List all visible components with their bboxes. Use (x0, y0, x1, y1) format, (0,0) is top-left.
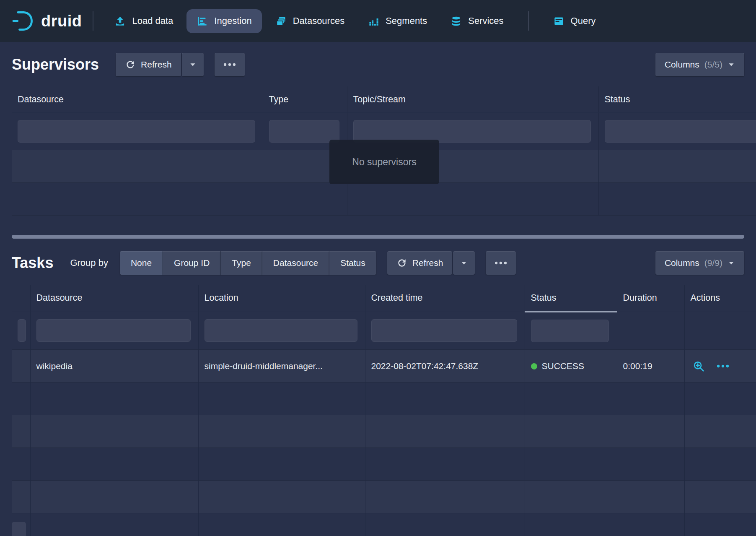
tasks-columns-button[interactable]: Columns (9/9) (655, 251, 744, 275)
supervisors-title: Supervisors (12, 56, 99, 73)
supervisors-more-button[interactable] (215, 53, 245, 76)
column-header-datasource[interactable]: Datasource (12, 86, 263, 113)
supervisors-refresh-options-button[interactable] (182, 53, 204, 76)
datasource-filter-input[interactable] (36, 319, 191, 342)
task-more-icon[interactable] (716, 362, 730, 370)
column-header-topic-stream[interactable]: Topic/Stream (347, 86, 598, 113)
nav-item-label: Query (571, 16, 596, 26)
group-by-buttons: None Group ID Type Datasource Status (120, 251, 376, 275)
tasks-more-button[interactable] (486, 251, 516, 275)
tasks-header-row: Datasource Location Created time Status … (12, 285, 756, 312)
chevron-down-icon (728, 259, 735, 267)
tasks-section: Tasks Group by None Group ID Type Dataso… (0, 251, 756, 536)
nav-item-segments[interactable]: Segments (358, 9, 437, 33)
refresh-label: Refresh (141, 60, 172, 70)
column-header-location[interactable]: Location (198, 285, 365, 312)
type-filter-input[interactable] (269, 120, 339, 143)
supervisors-refresh-split-button: Refresh (116, 53, 204, 76)
column-header-status[interactable]: Status (598, 86, 756, 113)
gantt-chart-icon (197, 16, 208, 27)
empty-row (12, 513, 756, 536)
task-datasource: wikipedia (30, 350, 198, 382)
status-filter-input[interactable] (531, 320, 609, 342)
task-row[interactable]: wikipedia simple-druid-middlemanager... … (12, 350, 756, 382)
task-location: simple-druid-middlemanager... (198, 350, 365, 382)
success-dot-icon (531, 363, 537, 369)
chevron-down-icon (460, 259, 468, 267)
group-by-datasource-button[interactable]: Datasource (262, 251, 329, 275)
nav-item-label: Load data (132, 16, 173, 26)
task-duration: 0:00:19 (617, 350, 684, 382)
horizontal-scrollbar[interactable] (12, 235, 744, 239)
group-by-status-button[interactable]: Status (329, 251, 376, 275)
refresh-icon (396, 258, 407, 268)
tasks-table: Datasource Location Created time Status … (12, 285, 756, 536)
column-header-task-id-partial[interactable] (12, 285, 30, 312)
tasks-refresh-split-button: Refresh (387, 251, 475, 275)
chevron-down-icon (189, 61, 197, 68)
more-dots-icon (223, 61, 237, 68)
task-id-filter-input[interactable] (18, 319, 26, 342)
tasks-refresh-button[interactable]: Refresh (387, 251, 453, 275)
supervisors-toolbar: Supervisors Refresh Columns (5/5) (12, 53, 756, 76)
topic-stream-filter-input[interactable] (353, 120, 591, 143)
top-navbar: druid Load data Ingestion (0, 0, 756, 42)
columns-count: (9/9) (704, 258, 722, 268)
nav-item-load-data[interactable]: Load data (104, 9, 183, 33)
brand[interactable]: druid (11, 9, 82, 33)
zoom-in-icon[interactable] (692, 360, 705, 372)
group-by-none-button[interactable]: None (120, 251, 163, 275)
brand-name: druid (41, 12, 82, 30)
column-header-datasource[interactable]: Datasource (30, 285, 198, 312)
column-header-type[interactable]: Type (263, 86, 347, 113)
layers-icon (275, 16, 287, 27)
group-by-type-button[interactable]: Type (220, 251, 262, 275)
group-by-group-id-button[interactable]: Group ID (163, 251, 220, 275)
empty-row (12, 415, 756, 448)
empty-row (12, 183, 756, 216)
nav-item-ingestion[interactable]: Ingestion (186, 9, 261, 33)
nav-item-label: Datasources (293, 16, 345, 26)
nav-item-label: Segments (386, 16, 427, 26)
navbar-divider (528, 11, 529, 31)
column-header-duration[interactable]: Duration (617, 285, 684, 312)
tasks-refresh-options-button[interactable] (453, 251, 475, 275)
refresh-icon (125, 59, 136, 70)
database-icon (450, 16, 462, 27)
supervisors-columns-button[interactable]: Columns (5/5) (655, 53, 744, 76)
columns-label: Columns (665, 258, 699, 268)
nav-item-label: Services (468, 16, 503, 26)
created-time-filter-input[interactable] (371, 319, 517, 342)
columns-count: (5/5) (704, 60, 722, 70)
upload-icon (114, 16, 126, 27)
task-created-time: 2022-08-02T07:42:47.638Z (365, 350, 525, 382)
no-supervisors-message: No supervisors (329, 140, 439, 184)
refresh-label: Refresh (412, 258, 443, 268)
nav-item-query[interactable]: Query (543, 9, 606, 33)
group-by-label: Group by (70, 258, 108, 268)
nav-item-datasources[interactable]: Datasources (265, 9, 355, 33)
navbar-divider (93, 11, 93, 31)
supervisors-refresh-button[interactable]: Refresh (116, 53, 181, 76)
columns-label: Columns (665, 60, 699, 70)
empty-row (12, 481, 756, 513)
task-actions-cell (684, 350, 756, 382)
nav-items: Load data Ingestion Datasources (104, 9, 606, 33)
bar-blocks-icon (368, 16, 379, 27)
location-filter-input[interactable] (205, 319, 357, 342)
tasks-title: Tasks (12, 254, 53, 272)
tasks-filter-row (12, 312, 756, 350)
column-header-status-sorted[interactable]: Status (525, 285, 617, 312)
bottom-scroll-thumb[interactable] (12, 522, 26, 536)
task-status-cell: SUCCESS (525, 350, 617, 382)
datasource-filter-input[interactable] (18, 120, 255, 143)
column-header-created-time[interactable]: Created time (365, 285, 525, 312)
column-header-actions[interactable]: Actions (684, 285, 756, 312)
tasks-toolbar: Tasks Group by None Group ID Type Dataso… (12, 251, 756, 275)
supervisors-header-row: Datasource Type Topic/Stream Status (12, 86, 756, 113)
druid-logo-icon (11, 9, 35, 33)
nav-item-services[interactable]: Services (440, 9, 513, 33)
status-filter-input[interactable] (605, 120, 756, 143)
empty-row (12, 448, 756, 481)
nav-item-label: Ingestion (214, 16, 251, 26)
